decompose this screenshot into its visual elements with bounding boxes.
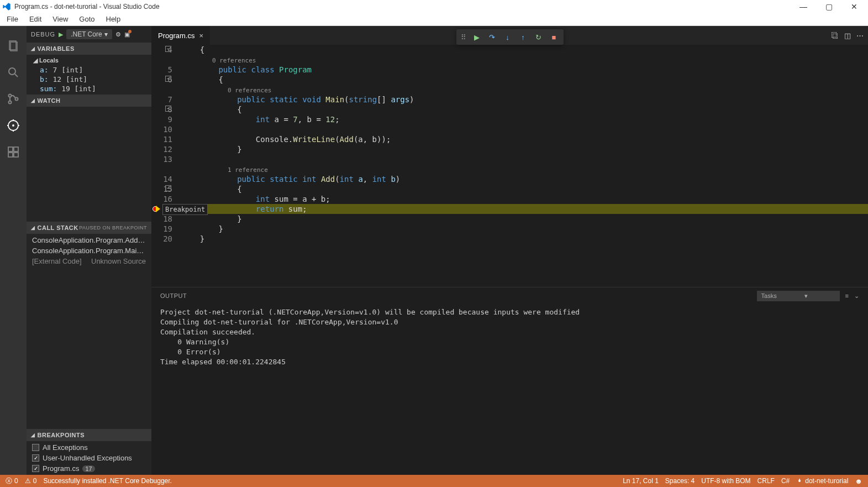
output-channel-dropdown[interactable]: Tasks▾ bbox=[757, 291, 840, 301]
execution-pointer-icon bbox=[156, 206, 160, 212]
breakpoint-row[interactable]: Program.cs17 bbox=[27, 463, 151, 474]
watch-section: ◢WATCH bbox=[27, 95, 151, 222]
copy-icon[interactable]: ⿻ bbox=[832, 32, 839, 40]
menu-goto[interactable]: Goto bbox=[73, 14, 100, 24]
step-into-button[interactable]: ↓ bbox=[501, 31, 515, 43]
checkbox[interactable] bbox=[32, 465, 39, 472]
statusbar: ⓧ 0 ⚠ 0 Successfully installed .NET Core… bbox=[0, 475, 868, 487]
close-button[interactable]: ✕ bbox=[846, 2, 862, 11]
debug-header: DEBUG ▶ .NET Core▾ ⚙ ▣ bbox=[27, 26, 151, 43]
callstack-frame[interactable]: ConsoleApplication.Program.Add(in... bbox=[27, 235, 151, 245]
status-warnings[interactable]: ⚠ 0 bbox=[22, 477, 40, 485]
titlebar: Program.cs - dot-net-turorial - Visual S… bbox=[0, 0, 868, 13]
maximize-button[interactable]: ▢ bbox=[820, 2, 837, 11]
code-editor[interactable]: 4−56−78−9101112131415−1617181920 {0 refe… bbox=[151, 45, 868, 287]
callstack-external[interactable]: [External Code]Unknown Source bbox=[27, 256, 151, 266]
svg-point-2 bbox=[9, 68, 15, 75]
search-icon[interactable] bbox=[0, 59, 27, 86]
callstack-section: ◢CALL STACKPAUSED ON BREAKPOINT ConsoleA… bbox=[27, 222, 151, 268]
output-content[interactable]: Project dot-net-turorial (.NETCoreApp,Ve… bbox=[151, 304, 868, 475]
status-eol[interactable]: CRLF bbox=[754, 477, 778, 485]
status-indentation[interactable]: Spaces: 4 bbox=[662, 477, 698, 485]
titlebar-title: Program.cs - dot-net-turorial - Visual S… bbox=[14, 3, 160, 11]
split-editor-icon[interactable]: ◫ bbox=[844, 32, 851, 40]
variable-row[interactable]: a: 7 [int] bbox=[27, 65, 151, 75]
variable-row[interactable]: b: 12 [int] bbox=[27, 75, 151, 84]
output-panel: OUTPUT Tasks▾ ≡ ⌄ Project dot-net-turori… bbox=[151, 287, 868, 475]
breakpoint-row[interactable]: All Exceptions bbox=[27, 442, 151, 453]
debug-config-dropdown[interactable]: .NET Core▾ bbox=[66, 29, 112, 39]
checkbox[interactable] bbox=[32, 444, 39, 451]
status-message[interactable]: Successfully installed .NET Core Debugge… bbox=[40, 477, 175, 485]
menu-view[interactable]: View bbox=[47, 14, 73, 24]
debug-toolbar: ⠿ ▶ ↷ ↓ ↑ ↻ ■ bbox=[456, 29, 564, 45]
toggle-panel-icon[interactable]: ⌄ bbox=[854, 292, 859, 300]
debug-icon[interactable] bbox=[0, 112, 27, 139]
editor-tab[interactable]: Program.cs × bbox=[151, 26, 210, 45]
status-feedback[interactable]: ☻ bbox=[851, 477, 866, 485]
breakpoint-label: Breakpoint bbox=[162, 204, 208, 215]
breakpoints-header[interactable]: ◢BREAKPOINTS bbox=[27, 429, 151, 441]
editor-tabs: Program.cs × ⿻ ◫ ⋯ ⠿ ▶ ↷ ↓ ↑ ↻ ■ bbox=[151, 26, 868, 45]
svg-rect-13 bbox=[8, 147, 13, 151]
status-encoding[interactable]: UTF-8 with BOM bbox=[698, 477, 754, 485]
tab-label: Program.cs bbox=[158, 32, 194, 40]
restart-button[interactable]: ↻ bbox=[532, 31, 546, 43]
clear-output-icon[interactable]: ≡ bbox=[845, 292, 849, 300]
output-header: OUTPUT Tasks▾ ≡ ⌄ bbox=[151, 287, 868, 304]
callstack-frame[interactable]: ConsoleApplication.Program.Main(s... bbox=[27, 245, 151, 256]
breakpoints-section: ◢BREAKPOINTS All ExceptionsUser-Unhandle… bbox=[27, 429, 151, 475]
menu-edit[interactable]: Edit bbox=[24, 14, 47, 24]
debug-console-icon[interactable]: ▣ bbox=[124, 31, 130, 38]
gear-icon[interactable]: ⚙ bbox=[115, 31, 121, 38]
svg-rect-14 bbox=[14, 147, 18, 151]
callstack-header[interactable]: ◢CALL STACKPAUSED ON BREAKPOINT bbox=[27, 222, 151, 234]
variable-row[interactable]: sum: 19 [int] bbox=[27, 84, 151, 93]
flame-icon bbox=[796, 478, 803, 484]
menubar: FileEditViewGotoHelp bbox=[0, 13, 868, 26]
breakpoint-row[interactable]: User-Unhandled Exceptions bbox=[27, 453, 151, 463]
editor-area: Program.cs × ⿻ ◫ ⋯ ⠿ ▶ ↷ ↓ ↑ ↻ ■ 4−56−78… bbox=[151, 26, 868, 475]
output-title: OUTPUT bbox=[160, 292, 187, 299]
git-icon[interactable] bbox=[0, 86, 27, 112]
variables-header[interactable]: ◢VARIABLES bbox=[27, 43, 151, 55]
svg-point-5 bbox=[9, 101, 12, 104]
vscode-icon bbox=[2, 2, 11, 11]
svg-point-8 bbox=[13, 125, 14, 126]
debug-sidebar: DEBUG ▶ .NET Core▾ ⚙ ▣ ◢VARIABLES ◢ Loca… bbox=[27, 26, 151, 475]
checkbox[interactable] bbox=[32, 454, 39, 462]
variables-scope-locals[interactable]: ◢ Locals bbox=[27, 56, 151, 65]
variables-section: ◢VARIABLES ◢ Locals a: 7 [int]b: 12 [int… bbox=[27, 43, 151, 95]
activitybar bbox=[0, 26, 27, 475]
status-errors[interactable]: ⓧ 0 bbox=[2, 476, 22, 486]
extensions-icon[interactable] bbox=[0, 139, 27, 165]
stop-button[interactable]: ■ bbox=[547, 31, 561, 43]
svg-line-3 bbox=[15, 74, 18, 77]
step-over-button[interactable]: ↷ bbox=[485, 31, 499, 43]
watch-header[interactable]: ◢WATCH bbox=[27, 95, 151, 107]
start-debug-button[interactable]: ▶ bbox=[59, 31, 63, 38]
step-out-button[interactable]: ↑ bbox=[516, 31, 530, 43]
menu-file[interactable]: File bbox=[1, 14, 24, 24]
tab-close-icon[interactable]: × bbox=[199, 32, 203, 40]
status-cursor-position[interactable]: Ln 17, Col 1 bbox=[619, 477, 662, 485]
status-language[interactable]: C# bbox=[778, 477, 793, 485]
minimize-button[interactable]: — bbox=[795, 2, 812, 11]
svg-rect-16 bbox=[14, 153, 18, 157]
svg-rect-15 bbox=[8, 153, 13, 157]
continue-button[interactable]: ▶ bbox=[470, 31, 484, 43]
explorer-icon[interactable] bbox=[0, 33, 27, 59]
svg-point-4 bbox=[9, 95, 12, 97]
debug-title: DEBUG bbox=[31, 31, 55, 38]
drag-grip-icon[interactable]: ⠿ bbox=[459, 33, 469, 41]
menu-help[interactable]: Help bbox=[101, 14, 127, 24]
status-project[interactable]: dot-net-turorial bbox=[793, 477, 851, 485]
svg-point-6 bbox=[15, 98, 18, 101]
window-controls: — ▢ ✕ bbox=[795, 2, 862, 11]
more-icon[interactable]: ⋯ bbox=[856, 32, 864, 40]
